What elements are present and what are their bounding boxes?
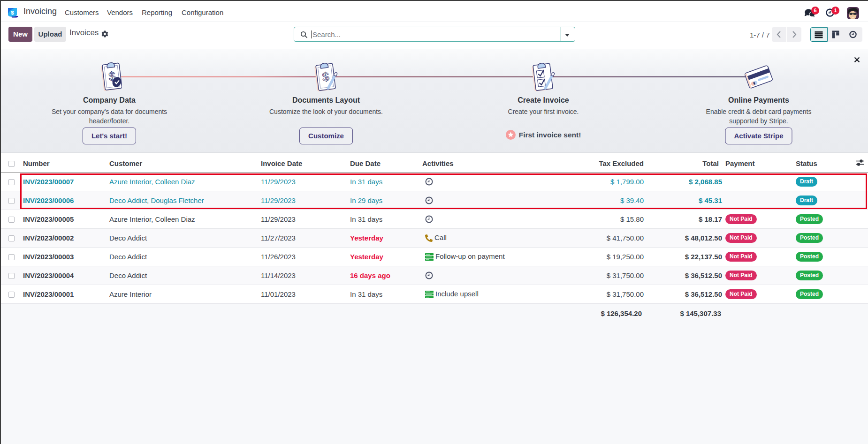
svg-text:$: $ <box>11 10 14 15</box>
